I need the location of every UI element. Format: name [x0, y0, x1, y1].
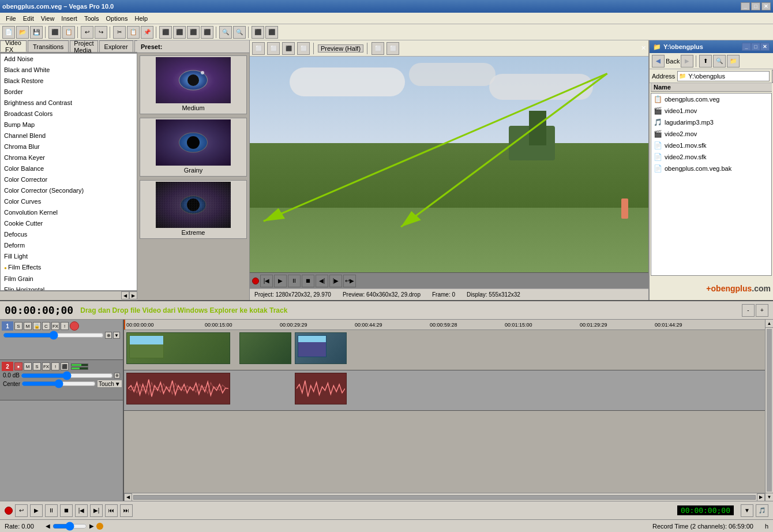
rate-down[interactable]: ◀ [46, 523, 50, 529]
video-clip-1[interactable] [126, 332, 230, 364]
browser-maximize[interactable]: □ [751, 43, 760, 51]
fx-item-colorcorrectorsec[interactable]: Color Corrector (Secondary) [1, 185, 137, 196]
fx-item-colorbalance[interactable]: Color Balance [1, 163, 137, 174]
aud-env-btn[interactable]: ! [51, 362, 59, 370]
scroll-left-btn[interactable]: ◀ [124, 493, 132, 501]
menu-file[interactable]: File [2, 14, 20, 23]
fx-item-fliphoriz[interactable]: Flip Horizontal [1, 284, 137, 291]
new-button[interactable]: 📄 [2, 26, 15, 39]
loop-play[interactable]: ↩▶ [343, 275, 356, 287]
aud-arm-btn[interactable]: ● [14, 362, 22, 370]
nav-search[interactable]: 🔍 [713, 55, 726, 68]
vid-level-btn[interactable]: ⊕ [105, 332, 112, 339]
fx-item-filmeffects[interactable]: Film Effects [1, 262, 137, 274]
redo-button[interactable]: ↪ [95, 26, 107, 39]
scroll-right-btn[interactable]: ▶ [757, 493, 765, 501]
aud-vol-lock[interactable]: ⊕ [114, 373, 120, 379]
h-scrollbar-thumb[interactable] [133, 495, 756, 500]
tl-zoom-in[interactable]: + [756, 304, 768, 317]
fx-item-deform[interactable]: Deform [1, 240, 137, 251]
audio-clip-1[interactable] [126, 373, 230, 404]
rate-slider[interactable] [52, 524, 87, 529]
v-scrollbar[interactable]: ▲ ▼ [765, 320, 773, 501]
h-scrollbar[interactable]: ◀ ▶ [124, 493, 765, 501]
tool4-button[interactable]: ⬛ [201, 26, 213, 39]
nav-forward[interactable]: ▶ [681, 55, 693, 68]
menu-edit[interactable]: Edit [20, 14, 37, 23]
save-button[interactable]: 💾 [30, 26, 43, 39]
aud-input-btn[interactable]: ⬛ [61, 362, 69, 370]
transport-prev[interactable]: |◀ [75, 504, 88, 517]
vid-solo-btn[interactable]: S [14, 322, 22, 330]
browser-close[interactable]: ✕ [760, 43, 770, 51]
preview-tb2[interactable]: ⬜ [267, 42, 280, 55]
fx-item-filmgrain[interactable]: Film Grain [1, 274, 137, 284]
vid-vel-btn[interactable]: ! [61, 322, 69, 330]
file-video1-sfk[interactable]: 📄 video1.mov.sfk [651, 140, 771, 151]
tab-videofx[interactable]: Video FX [0, 40, 27, 52]
pause-button[interactable]: ⏸ [288, 275, 301, 287]
metronome-btn[interactable]: 🎵 [756, 504, 768, 517]
render-button[interactable]: ⬛ [48, 26, 61, 39]
menu-insert[interactable]: Insert [58, 14, 81, 23]
loop-button[interactable]: ⬛ [265, 26, 278, 39]
record-btn[interactable] [5, 507, 13, 515]
snap-button[interactable]: ⬛ [252, 26, 264, 39]
browser-minimize[interactable]: _ [742, 43, 751, 51]
transport-loop[interactable]: ↩ [15, 504, 28, 517]
audio-vol-slider[interactable] [21, 373, 113, 378]
preset-extreme[interactable]: Extreme [140, 180, 247, 239]
zoom-out-button[interactable]: 🔍 [233, 26, 246, 39]
file-lagudarimp3[interactable]: 🎵 lagudarimp3.mp3 [651, 117, 771, 128]
tool3-button[interactable]: ⬛ [187, 26, 200, 39]
file-video1-mov[interactable]: 🎬 video1.mov [651, 105, 771, 117]
scroll-down-btn[interactable]: ▼ [766, 493, 773, 501]
menu-help[interactable]: Help [131, 14, 151, 23]
fx-item-bw[interactable]: Black and White [1, 65, 137, 76]
maximize-button[interactable]: □ [751, 2, 760, 10]
nav-back[interactable]: ◀ [652, 55, 665, 68]
fx-item-border[interactable]: Border [1, 87, 137, 98]
v-scrollbar-thumb[interactable] [767, 329, 772, 492]
play-button[interactable]: ▶ [274, 275, 287, 287]
fx-item-cookiecutter[interactable]: Cookie Cutter [1, 218, 137, 229]
fx-item-colorcurves[interactable]: Color Curves [1, 196, 137, 207]
fx-item-filllight[interactable]: Fill Light [1, 251, 137, 262]
preset-medium[interactable]: Medium [140, 55, 247, 114]
aud-solo-btn[interactable]: S [33, 362, 41, 370]
scroll-up-btn[interactable]: ▲ [766, 320, 773, 328]
fx-item-bumpmap[interactable]: Bump Map [1, 119, 137, 130]
next-frame[interactable]: |▶ [329, 275, 342, 287]
fx-item-addnoise[interactable]: Add Noise [1, 54, 137, 65]
preview-split[interactable]: ⬜ [372, 42, 384, 55]
fx-scroll-right[interactable]: ▶ [129, 291, 137, 299]
address-input[interactable] [687, 72, 769, 81]
fx-item-defocus[interactable]: Defocus [1, 229, 137, 240]
paste-button[interactable]: 📌 [141, 26, 153, 39]
fx-item-channelblend[interactable]: Channel Blend [1, 130, 137, 141]
transport-end[interactable]: ⏭ [120, 504, 133, 517]
tab-projectmedia[interactable]: Project Media [70, 40, 97, 52]
file-obengplus-veg[interactable]: 📋 obengplus.com.veg [651, 93, 771, 105]
time-format-btn[interactable]: ▼ [741, 504, 753, 517]
rate-up[interactable]: ▶ [89, 523, 94, 529]
copy-button[interactable]: 📋 [127, 26, 140, 39]
fx-scroll-left[interactable]: ◀ [121, 291, 129, 299]
play-from-start[interactable]: |◀ [260, 275, 273, 287]
nav-folders[interactable]: 📁 [727, 55, 740, 68]
tab-transitions[interactable]: Transitions [28, 40, 69, 52]
file-video2-sfk[interactable]: 📄 video2.mov.sfk [651, 151, 771, 163]
preset-grainy[interactable]: Grainy [140, 118, 247, 177]
transport-stop[interactable]: ⏹ [60, 504, 73, 517]
fx-item-convolution[interactable]: Convolution Kernel [1, 207, 137, 218]
timeline-empty[interactable] [124, 411, 765, 493]
tool1-button[interactable]: ⬛ [159, 26, 172, 39]
menu-view[interactable]: View [37, 14, 58, 23]
preview-close[interactable]: ✕ [641, 44, 646, 52]
tl-zoom-out[interactable]: - [742, 304, 755, 317]
audio-track-content[interactable] [124, 370, 765, 411]
stop-button[interactable]: ⏹ [302, 275, 314, 287]
vid-mute-btn[interactable]: M [24, 322, 32, 330]
fx-item-broadcast[interactable]: Broadcast Colors [1, 108, 137, 119]
vid-fx-btn[interactable]: FX [51, 322, 59, 330]
